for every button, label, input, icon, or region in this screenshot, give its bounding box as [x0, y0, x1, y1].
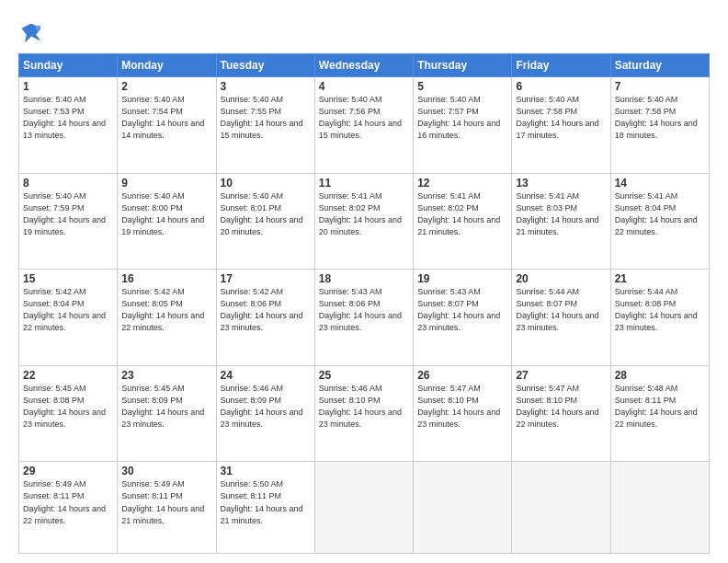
- day-info: Sunrise: 5:44 AMSunset: 8:07 PMDaylight:…: [516, 286, 606, 334]
- day-number: 22: [23, 369, 113, 382]
- day-info: Sunrise: 5:49 AMSunset: 8:11 PMDaylight:…: [23, 478, 113, 526]
- day-number: 29: [23, 465, 113, 477]
- calendar-day-cell: [414, 462, 512, 554]
- day-number: 28: [615, 369, 705, 382]
- day-info: Sunrise: 5:40 AMSunset: 7:59 PMDaylight:…: [23, 190, 113, 238]
- day-number: 5: [417, 80, 507, 93]
- calendar-header-row: SundayMondayTuesdayWednesdayThursdayFrid…: [19, 54, 710, 77]
- day-number: 25: [319, 369, 409, 382]
- day-info: Sunrise: 5:44 AMSunset: 8:08 PMDaylight:…: [615, 286, 705, 334]
- calendar-body: 1Sunrise: 5:40 AMSunset: 7:53 PMDaylight…: [19, 77, 710, 554]
- day-number: 23: [121, 369, 211, 382]
- day-number: 31: [221, 465, 311, 477]
- day-info: Sunrise: 5:45 AMSunset: 8:09 PMDaylight:…: [121, 383, 211, 431]
- day-number: 16: [121, 272, 211, 285]
- day-number: 9: [121, 177, 211, 190]
- day-info: Sunrise: 5:50 AMSunset: 8:11 PMDaylight:…: [221, 478, 311, 526]
- day-number: 18: [319, 272, 409, 285]
- day-number: 3: [221, 80, 311, 93]
- day-number: 14: [615, 177, 705, 190]
- day-number: 13: [516, 177, 606, 190]
- day-number: 19: [417, 272, 507, 285]
- day-info: Sunrise: 5:43 AMSunset: 8:06 PMDaylight:…: [319, 286, 409, 334]
- day-info: Sunrise: 5:46 AMSunset: 8:10 PMDaylight:…: [319, 383, 409, 431]
- calendar-week-row: 15Sunrise: 5:42 AMSunset: 8:04 PMDayligh…: [19, 270, 710, 366]
- calendar-day-cell: 18Sunrise: 5:43 AMSunset: 8:06 PMDayligh…: [314, 270, 413, 366]
- calendar-day-cell: 9Sunrise: 5:40 AMSunset: 8:00 PMDaylight…: [118, 173, 216, 270]
- calendar-day-cell: 23Sunrise: 5:45 AMSunset: 8:09 PMDayligh…: [118, 365, 216, 462]
- day-number: 8: [23, 177, 113, 190]
- day-info: Sunrise: 5:47 AMSunset: 8:10 PMDaylight:…: [516, 383, 606, 431]
- header: [18, 17, 710, 46]
- day-info: Sunrise: 5:41 AMSunset: 8:02 PMDaylight:…: [417, 190, 507, 238]
- day-number: 20: [516, 272, 606, 285]
- day-number: 24: [221, 369, 311, 382]
- day-number: 30: [121, 465, 211, 477]
- calendar-day-cell: 4Sunrise: 5:40 AMSunset: 7:56 PMDaylight…: [314, 77, 413, 174]
- day-info: Sunrise: 5:41 AMSunset: 8:03 PMDaylight:…: [516, 190, 606, 238]
- day-info: Sunrise: 5:42 AMSunset: 8:04 PMDaylight:…: [23, 286, 113, 334]
- day-number: 2: [121, 80, 211, 93]
- day-number: 10: [221, 177, 311, 190]
- calendar-day-cell: 7Sunrise: 5:40 AMSunset: 7:58 PMDaylight…: [610, 77, 709, 174]
- day-number: 15: [23, 272, 113, 285]
- calendar-day-cell: 13Sunrise: 5:41 AMSunset: 8:03 PMDayligh…: [512, 173, 610, 270]
- day-info: Sunrise: 5:40 AMSunset: 7:56 PMDaylight:…: [319, 94, 409, 142]
- day-info: Sunrise: 5:40 AMSunset: 7:55 PMDaylight:…: [221, 94, 311, 142]
- calendar-day-cell: 15Sunrise: 5:42 AMSunset: 8:04 PMDayligh…: [19, 270, 118, 366]
- weekday-header: Tuesday: [216, 54, 314, 77]
- day-info: Sunrise: 5:42 AMSunset: 8:06 PMDaylight:…: [221, 286, 311, 334]
- calendar-week-row: 29Sunrise: 5:49 AMSunset: 8:11 PMDayligh…: [19, 462, 710, 554]
- day-info: Sunrise: 5:40 AMSunset: 7:54 PMDaylight:…: [121, 94, 211, 142]
- day-info: Sunrise: 5:43 AMSunset: 8:07 PMDaylight:…: [417, 286, 507, 334]
- day-info: Sunrise: 5:42 AMSunset: 8:05 PMDaylight:…: [121, 286, 211, 334]
- day-number: 26: [417, 369, 507, 382]
- calendar-week-row: 1Sunrise: 5:40 AMSunset: 7:53 PMDaylight…: [19, 77, 710, 174]
- day-info: Sunrise: 5:48 AMSunset: 8:11 PMDaylight:…: [615, 383, 705, 431]
- calendar-week-row: 22Sunrise: 5:45 AMSunset: 8:08 PMDayligh…: [19, 365, 710, 462]
- calendar-day-cell: 29Sunrise: 5:49 AMSunset: 8:11 PMDayligh…: [19, 462, 118, 554]
- calendar-day-cell: 8Sunrise: 5:40 AMSunset: 7:59 PMDaylight…: [19, 173, 118, 270]
- calendar-day-cell: 10Sunrise: 5:40 AMSunset: 8:01 PMDayligh…: [216, 173, 314, 270]
- calendar-day-cell: 22Sunrise: 5:45 AMSunset: 8:08 PMDayligh…: [19, 365, 118, 462]
- weekday-header: Friday: [512, 54, 610, 77]
- day-info: Sunrise: 5:45 AMSunset: 8:08 PMDaylight:…: [23, 383, 113, 431]
- calendar-day-cell: 1Sunrise: 5:40 AMSunset: 7:53 PMDaylight…: [19, 77, 118, 174]
- calendar-day-cell: 24Sunrise: 5:46 AMSunset: 8:09 PMDayligh…: [216, 365, 314, 462]
- day-info: Sunrise: 5:40 AMSunset: 7:58 PMDaylight:…: [516, 94, 606, 142]
- day-info: Sunrise: 5:40 AMSunset: 7:57 PMDaylight:…: [417, 94, 507, 142]
- calendar-day-cell: 6Sunrise: 5:40 AMSunset: 7:58 PMDaylight…: [512, 77, 610, 174]
- calendar-day-cell: [512, 462, 610, 554]
- day-info: Sunrise: 5:41 AMSunset: 8:02 PMDaylight:…: [319, 190, 409, 238]
- day-number: 17: [221, 272, 311, 285]
- calendar-day-cell: 26Sunrise: 5:47 AMSunset: 8:10 PMDayligh…: [414, 365, 512, 462]
- day-number: 6: [516, 80, 606, 93]
- calendar-day-cell: [610, 462, 709, 554]
- calendar-week-row: 8Sunrise: 5:40 AMSunset: 7:59 PMDaylight…: [19, 173, 710, 270]
- calendar-day-cell: 19Sunrise: 5:43 AMSunset: 8:07 PMDayligh…: [414, 270, 512, 366]
- day-number: 12: [417, 177, 507, 190]
- calendar-day-cell: 16Sunrise: 5:42 AMSunset: 8:05 PMDayligh…: [118, 270, 216, 366]
- calendar-day-cell: 12Sunrise: 5:41 AMSunset: 8:02 PMDayligh…: [414, 173, 512, 270]
- day-info: Sunrise: 5:40 AMSunset: 7:58 PMDaylight:…: [615, 94, 705, 142]
- weekday-header: Monday: [118, 54, 216, 77]
- calendar-day-cell: 5Sunrise: 5:40 AMSunset: 7:57 PMDaylight…: [414, 77, 512, 174]
- day-info: Sunrise: 5:40 AMSunset: 8:00 PMDaylight:…: [121, 190, 211, 238]
- calendar-day-cell: 2Sunrise: 5:40 AMSunset: 7:54 PMDaylight…: [118, 77, 216, 174]
- calendar-day-cell: 20Sunrise: 5:44 AMSunset: 8:07 PMDayligh…: [512, 270, 610, 366]
- calendar-day-cell: [314, 462, 413, 554]
- day-number: 21: [615, 272, 705, 285]
- calendar-day-cell: 17Sunrise: 5:42 AMSunset: 8:06 PMDayligh…: [216, 270, 314, 366]
- calendar-day-cell: 27Sunrise: 5:47 AMSunset: 8:10 PMDayligh…: [512, 365, 610, 462]
- day-info: Sunrise: 5:47 AMSunset: 8:10 PMDaylight:…: [417, 383, 507, 431]
- weekday-header: Sunday: [19, 54, 118, 77]
- page: SundayMondayTuesdayWednesdayThursdayFrid…: [0, 0, 728, 563]
- weekday-header: Thursday: [414, 54, 512, 77]
- day-number: 27: [516, 369, 606, 382]
- day-info: Sunrise: 5:40 AMSunset: 8:01 PMDaylight:…: [221, 190, 311, 238]
- calendar-day-cell: 30Sunrise: 5:49 AMSunset: 8:11 PMDayligh…: [118, 462, 216, 554]
- weekday-header: Saturday: [610, 54, 709, 77]
- day-number: 11: [319, 177, 409, 190]
- calendar-day-cell: 21Sunrise: 5:44 AMSunset: 8:08 PMDayligh…: [610, 270, 709, 366]
- logo: [18, 20, 48, 46]
